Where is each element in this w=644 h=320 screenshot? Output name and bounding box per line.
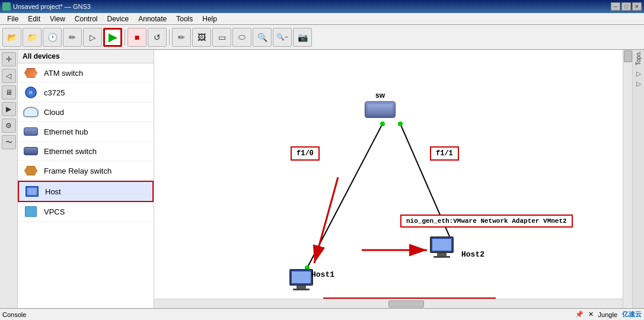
host2-base xyxy=(433,256,450,258)
menu-item-view[interactable]: View xyxy=(45,14,70,24)
sw-node[interactable]: sw xyxy=(365,91,396,118)
device-label-cloud: Cloud xyxy=(44,108,64,117)
brand-text: 亿速云 xyxy=(622,310,642,319)
status-bar: Console 📌 ✕ Jungle 亿速云 xyxy=(0,308,644,320)
host1-base xyxy=(293,289,310,290)
device-item-ethernet-hub[interactable]: Ethernet hub xyxy=(18,122,154,142)
annotate-rect-button[interactable]: ▭ xyxy=(212,28,231,47)
menu-item-tools[interactable]: Tools xyxy=(171,14,197,24)
svg-line-5 xyxy=(314,177,338,263)
f11-label: f1/1 xyxy=(430,146,459,161)
toolbar-separator-2 xyxy=(169,29,170,46)
host2-label: Host2 xyxy=(461,250,484,259)
host1-label: Host1 xyxy=(311,270,334,279)
reload-button[interactable]: ↺ xyxy=(148,28,167,47)
switch-body xyxy=(365,101,396,118)
device-label-router: c3725 xyxy=(44,88,65,97)
snapshot-button[interactable]: 🕐 xyxy=(43,28,62,47)
topo-expand-2[interactable]: ▷ xyxy=(636,80,641,88)
menu-item-device[interactable]: Device xyxy=(103,14,134,24)
sw-label: sw xyxy=(375,91,385,100)
minimize-button[interactable]: ─ xyxy=(611,2,620,11)
close-console-icon[interactable]: ✕ xyxy=(588,311,594,318)
toolbar: 📂 📁 🕐 ✏ ▷ ▶ ■ ↺ ✏ 🖼 ▭ ⬭ 🔍 🔍− 📷 xyxy=(0,25,644,50)
device-icon-switch xyxy=(23,144,39,158)
device-item-c3725[interactable]: Rc3725 xyxy=(18,83,154,103)
host2-node[interactable] xyxy=(430,236,454,258)
device-item-cloud[interactable]: Cloud xyxy=(18,103,154,122)
title-bar: Unsaved project* — GNS3 ─ □ ✕ xyxy=(0,0,644,13)
device-list: ATM switchRc3725CloudEthernet hubEtherne… xyxy=(18,63,154,222)
device-item-frame-relay-switch[interactable]: Frame Relay switch xyxy=(18,161,154,181)
close-button[interactable]: ✕ xyxy=(632,2,642,11)
nav-back[interactable]: ◁ xyxy=(2,69,16,83)
status-right: 📌 ✕ Jungle 亿速云 xyxy=(575,310,642,319)
jungle-status: Jungle xyxy=(598,311,617,318)
console-label: Console xyxy=(2,311,575,318)
annotate-image-button[interactable]: 🖼 xyxy=(192,28,211,47)
main-area: ✛ ◁ 🖥 ▶ ⚙ 〜 All devices ATM switchRc3725… xyxy=(0,50,644,308)
device-item-atm-switch[interactable]: ATM switch xyxy=(18,63,154,83)
device-label-hub: Ethernet hub xyxy=(44,127,88,136)
device-icon-frame-relay xyxy=(23,164,39,178)
menu-item-file[interactable]: File xyxy=(2,14,23,24)
window-controls: ─ □ ✕ xyxy=(611,2,642,11)
sw-port-right xyxy=(398,121,403,126)
edit-button[interactable]: ✏ xyxy=(63,28,82,47)
device-label-host: Host xyxy=(45,187,61,196)
device-item-host[interactable]: Host xyxy=(18,181,154,202)
console-all-button[interactable]: ▷ xyxy=(83,28,102,47)
nav-move[interactable]: ✛ xyxy=(2,52,16,66)
app-icon xyxy=(2,2,11,11)
host2-screen xyxy=(432,239,451,251)
topo-expand-1[interactable]: ▷ xyxy=(636,70,641,78)
host2-monitor xyxy=(430,236,454,253)
maximize-button[interactable]: □ xyxy=(621,2,631,11)
device-icon-hub xyxy=(23,124,39,139)
play-button[interactable]: ▶ xyxy=(103,28,122,47)
svg-line-0 xyxy=(307,124,382,268)
menu-item-help[interactable]: Help xyxy=(197,14,222,24)
nav-play[interactable]: ▶ xyxy=(2,102,16,116)
canvas-hscrollbar[interactable] xyxy=(154,299,623,308)
host1-screen xyxy=(292,271,311,283)
nav-monitor[interactable]: 🖥 xyxy=(2,85,16,100)
device-item-vpcs[interactable]: VPCS xyxy=(18,202,154,222)
annotate-ellipse-button[interactable]: ⬭ xyxy=(232,28,251,47)
device-icon-router: R xyxy=(23,85,39,100)
topo-panel: Topo. ▷ ▷ xyxy=(632,50,644,308)
zoom-out-button[interactable]: 🔍− xyxy=(273,28,292,47)
menu-bar: FileEditViewControlDeviceAnnotateToolsHe… xyxy=(0,13,644,25)
device-label-atm: ATM switch xyxy=(44,69,83,78)
annotate-text-button[interactable]: ✏ xyxy=(172,28,191,47)
left-nav: ✛ ◁ 🖥 ▶ ⚙ 〜 xyxy=(0,50,18,308)
f10-label: f1/0 xyxy=(291,146,320,161)
device-icon-vpcs xyxy=(23,204,39,219)
screenshot-button[interactable]: 📷 xyxy=(293,28,312,47)
zoom-in-button[interactable]: 🔍 xyxy=(253,28,272,47)
scrollbar-thumb[interactable] xyxy=(624,50,632,62)
open-folder-button[interactable]: 📂 xyxy=(2,28,21,47)
hscrollbar-thumb[interactable] xyxy=(388,300,424,308)
toolbar-separator-1 xyxy=(125,29,125,46)
window-title: Unsaved project* — GNS3 xyxy=(13,3,611,10)
network-canvas[interactable]: sw f1/0 f1/1 nio_gen_eth:VMware Network … xyxy=(154,50,632,308)
canvas-vscrollbar[interactable] xyxy=(623,50,632,308)
pin-icon[interactable]: 📌 xyxy=(575,311,584,318)
menu-item-edit[interactable]: Edit xyxy=(23,14,45,24)
nav-settings[interactable]: ⚙ xyxy=(2,119,16,133)
nio-vmnet2-label: nio_gen_eth:VMware Network Adapter VMnet… xyxy=(400,215,573,228)
host1-monitor xyxy=(289,269,313,286)
device-item-ethernet-switch[interactable]: Ethernet switch xyxy=(18,142,154,161)
menu-item-control[interactable]: Control xyxy=(70,14,103,24)
device-icon-cloud xyxy=(23,105,39,119)
device-label-vpcs: VPCS xyxy=(44,207,65,216)
menu-item-annotate[interactable]: Annotate xyxy=(133,14,171,24)
device-icon-atm xyxy=(23,66,39,80)
nav-snake[interactable]: 〜 xyxy=(2,135,16,149)
host1-node[interactable] xyxy=(289,269,313,290)
open-file-button[interactable]: 📁 xyxy=(23,28,42,47)
connection-layer xyxy=(154,50,632,308)
stop-button[interactable]: ■ xyxy=(127,28,146,47)
device-label-switch: Ethernet switch xyxy=(44,147,97,156)
